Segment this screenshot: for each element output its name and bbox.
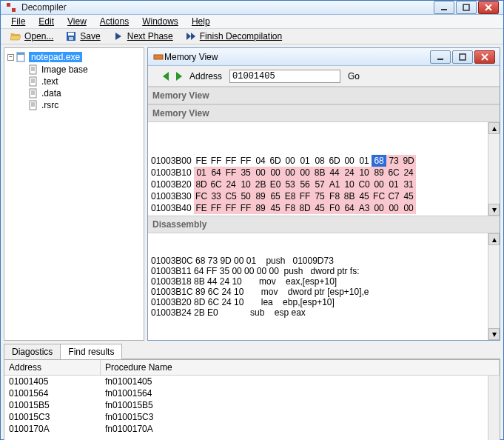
disassembly[interactable]: 01003B0C 68 73 9D 00 01 push 01009D73010…	[148, 233, 500, 340]
memory-close-button[interactable]	[474, 50, 495, 64]
results-header: Address Procedure Name	[4, 360, 500, 376]
memory-minimize-button[interactable]	[430, 50, 451, 64]
save-button[interactable]: Save	[61, 29, 104, 44]
disassembly-line[interactable]: 01003B20 8D 6C 24 10 lea ebp,[esp+10]	[151, 297, 500, 307]
upper-panel: − notepad.exe Image base.text.data.rsrc …	[4, 47, 500, 341]
result-address: 010015C3	[9, 412, 105, 422]
titlebar[interactable]: Decompiler	[1, 1, 503, 15]
tab-diagnostics[interactable]: Diagostics	[4, 344, 61, 359]
result-row[interactable]: 0100170Afn0100170A	[4, 423, 500, 435]
folder-open-icon	[10, 30, 21, 42]
hex-row[interactable]: 01003B30 FC33C5508965E8FF75F88B45FCC745	[151, 190, 500, 202]
svg-rect-19	[30, 89, 36, 98]
workspace: − notepad.exe Image base.text.data.rsrc …	[1, 44, 503, 440]
find-results-panel: Address Procedure Name 01001405fn0100140…	[4, 359, 500, 440]
hex-row[interactable]: 01003B10 0164FF35000000008B442410896C24	[151, 167, 500, 179]
menu-windows[interactable]: Windows	[136, 15, 184, 28]
finish-button[interactable]: Finish Decompilation	[181, 29, 286, 44]
menu-file[interactable]: File	[5, 15, 31, 28]
results-scrollbar[interactable]	[488, 376, 500, 440]
next-phase-label: Next Phase	[127, 31, 173, 41]
memory-view-title: Memory View	[164, 52, 430, 62]
result-row[interactable]: 010015C3fn010015C3	[4, 411, 500, 423]
memory-view-titlebar[interactable]: Memory View	[148, 48, 500, 66]
disassembly-line[interactable]: 01003B1C 89 6C 24 10 mov dword ptr [esp+…	[151, 287, 500, 297]
result-proc-name: fn01001564	[105, 388, 495, 399]
svg-rect-3	[463, 4, 469, 10]
address-label: Address	[189, 71, 222, 81]
svg-rect-1	[12, 8, 16, 12]
maximize-button[interactable]	[456, 1, 477, 14]
scroll-down-icon[interactable]: ▾	[488, 204, 500, 216]
scroll-up-icon[interactable]: ▴	[488, 122, 500, 134]
tree-item[interactable]: .rsrc	[7, 100, 141, 110]
hex-row[interactable]: 01003B20 8D6C24102BE0535657A110C0000131	[151, 179, 500, 190]
tree-collapse-icon[interactable]: −	[7, 54, 14, 61]
tree-root[interactable]: − notepad.exe	[7, 51, 141, 63]
result-row[interactable]: 01001405fn01001405	[4, 376, 500, 387]
hex-row[interactable]: 01003B00 FEFFFFFF046D0001086D000168739D	[151, 155, 500, 167]
tree-panel[interactable]: − notepad.exe Image base.text.data.rsrc	[4, 47, 144, 341]
col-address[interactable]: Address	[4, 360, 101, 375]
hex-scrollbar[interactable]: ▴ ▾	[488, 122, 500, 216]
col-procedure-name[interactable]: Procedure Name	[101, 360, 500, 375]
go-button[interactable]: Go	[348, 71, 360, 81]
nav-back-icon[interactable]	[163, 72, 169, 81]
menu-view[interactable]: View	[61, 15, 93, 28]
memory-view-window: Memory View Address Go Memory View	[147, 47, 500, 341]
tree-root-label: notepad.exe	[29, 52, 82, 62]
result-row[interactable]: 010015B5fn010015B5	[4, 399, 500, 411]
disassembly-line[interactable]: 01003B24 2B E0 sub esp eax	[151, 307, 500, 318]
scroll-down-icon[interactable]: ▾	[488, 328, 500, 340]
result-address: 01001564	[9, 388, 105, 399]
hex-dump[interactable]: 01003B00 FEFFFFFF046D0001086D000168739D0…	[148, 122, 500, 216]
disassembly-label: Disassembly	[148, 216, 500, 233]
memory-toolbar: Address Go	[148, 66, 500, 87]
result-proc-name: fn0100170A	[105, 424, 495, 434]
memory-view-section-2: Memory View	[148, 104, 500, 122]
executable-icon	[16, 51, 27, 63]
svg-rect-8	[69, 37, 73, 40]
tree-item-label: .rsrc	[41, 100, 58, 110]
result-proc-name: fn010015C3	[105, 412, 495, 422]
tab-find-results[interactable]: Find results	[60, 344, 122, 359]
nav-forward-icon[interactable]	[176, 72, 182, 81]
scroll-up-icon[interactable]: ▴	[488, 233, 500, 245]
document-icon	[28, 76, 38, 87]
tree-item[interactable]: .text	[7, 76, 141, 87]
save-icon	[65, 30, 77, 42]
window-buttons	[434, 1, 499, 14]
tree-item[interactable]: .data	[7, 88, 141, 99]
disassembly-line[interactable]: 01003B0C 68 73 9D 00 01 push 01009D73	[151, 256, 500, 266]
svg-rect-10	[17, 53, 24, 55]
results-body[interactable]: 01001405fn0100140501001564fn010015640100…	[4, 376, 500, 440]
menu-actions[interactable]: Actions	[94, 15, 135, 28]
window-title: Decompiler	[21, 2, 434, 13]
menubar: File Edit View Actions Windows Help	[1, 15, 503, 29]
svg-rect-23	[30, 101, 36, 110]
menu-edit[interactable]: Edit	[33, 15, 60, 28]
tree-item-label: .text	[41, 76, 58, 87]
minimize-button[interactable]	[434, 1, 454, 14]
hex-row[interactable]: 01003B40 FEFFFFFF8945F88D45F064A3000000	[151, 202, 500, 214]
disassembly-line[interactable]: 01003B11 64 FF 35 00 00 00 00 push dword…	[151, 266, 500, 276]
svg-rect-7	[68, 33, 74, 36]
close-button[interactable]	[478, 1, 499, 14]
dis-scrollbar[interactable]: ▴ ▾	[488, 233, 500, 340]
memory-view-section-1: Memory View	[148, 87, 500, 104]
memory-maximize-button[interactable]	[452, 50, 473, 64]
tree-item[interactable]: Image base	[7, 64, 141, 75]
svg-rect-0	[7, 3, 10, 7]
bottom-panel: Diagostics Find results Address Procedur…	[4, 344, 500, 440]
svg-rect-15	[30, 77, 36, 86]
memory-icon	[152, 51, 164, 63]
open-button[interactable]: Open...	[5, 29, 58, 44]
fast-forward-icon	[185, 30, 197, 42]
bottom-tabs: Diagostics Find results	[4, 344, 500, 359]
disassembly-line[interactable]: 01003B18 8B 44 24 10 mov eax,[esp+10]	[151, 276, 500, 287]
result-row[interactable]: 01001564fn01001564	[4, 387, 500, 399]
svg-rect-29	[460, 54, 466, 60]
address-input[interactable]	[229, 70, 340, 83]
next-phase-button[interactable]: Next Phase	[108, 29, 178, 44]
menu-help[interactable]: Help	[186, 15, 216, 28]
